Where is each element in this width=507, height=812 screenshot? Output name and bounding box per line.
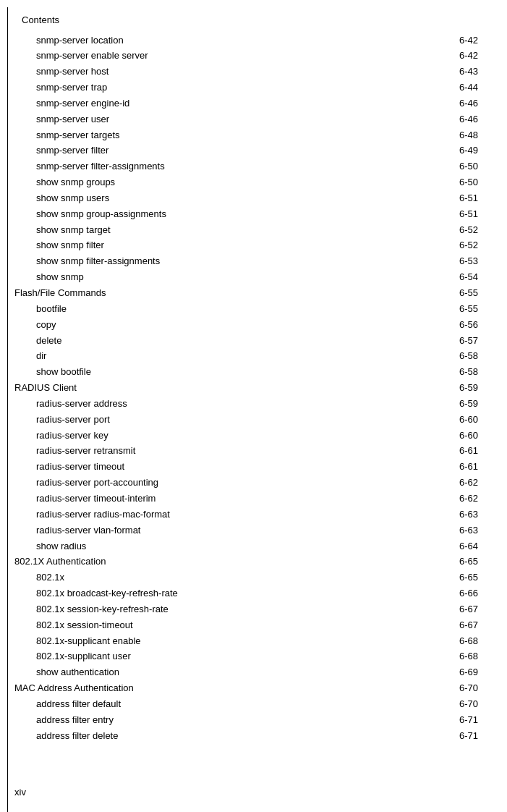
toc-item-page: 6-53 <box>435 254 478 270</box>
toc-item-label: show snmp <box>14 270 435 286</box>
toc-row: 802.1x-supplicant enable6-68 <box>14 633 478 649</box>
toc-row: show radius6-64 <box>14 538 478 554</box>
toc-row: 802.1X Authentication6-65 <box>14 554 478 570</box>
toc-row: RADIUS Client6-59 <box>14 381 478 397</box>
toc-item-label: 802.1x <box>14 570 435 586</box>
toc-item-label: snmp-server engine-id <box>14 96 435 111</box>
toc-row: 802.1x6-65 <box>14 570 478 586</box>
toc-item-page: 6-44 <box>435 80 478 96</box>
toc-item-label: show snmp groups <box>14 175 435 191</box>
toc-row: 802.1x broadcast-key-refresh-rate6-66 <box>14 586 478 602</box>
toc-item-label: radius-server retransmit <box>14 444 435 460</box>
toc-item-label: snmp-server filter <box>14 143 435 159</box>
toc-item-page: 6-62 <box>435 475 478 491</box>
toc-item-page: 6-56 <box>435 317 478 333</box>
toc-item-page: 6-42 <box>435 33 478 48</box>
toc-row: snmp-server enable server6-42 <box>14 48 478 64</box>
toc-row: MAC Address Authentication6-70 <box>14 681 478 697</box>
toc-row: snmp-server filter6-49 <box>14 143 478 159</box>
toc-item-page: 6-48 <box>435 127 478 143</box>
toc-item-label: show snmp filter-assignments <box>14 254 435 270</box>
toc-item-page: 6-57 <box>435 333 478 349</box>
toc-item-page: 6-50 <box>435 159 478 175</box>
contents-label: Contents <box>14 14 478 25</box>
toc-item-label: snmp-server targets <box>14 127 435 143</box>
toc-row: radius-server retransmit6-61 <box>14 444 478 460</box>
toc-item-label: show bootfile <box>14 365 435 381</box>
toc-item-page: 6-69 <box>435 665 478 681</box>
toc-row: radius-server port6-60 <box>14 412 478 428</box>
toc-row: snmp-server engine-id6-46 <box>14 96 478 111</box>
toc-item-page: 6-49 <box>435 143 478 159</box>
toc-item-page: 6-55 <box>435 301 478 317</box>
toc-row: show bootfile6-58 <box>14 365 478 381</box>
page: Contents snmp-server location6-42snmp-se… <box>0 0 507 812</box>
toc-row: radius-server timeout-interim6-62 <box>14 491 478 507</box>
toc-item-page: 6-65 <box>435 570 478 586</box>
toc-row: dir6-58 <box>14 349 478 365</box>
toc-item-page: 6-63 <box>435 507 478 523</box>
toc-row: radius-server vlan-format6-63 <box>14 523 478 538</box>
toc-item-page: 6-52 <box>435 238 478 254</box>
toc-item-page: 6-71 <box>435 712 478 728</box>
toc-row: address filter entry6-71 <box>14 712 478 728</box>
toc-item-label: radius-server address <box>14 396 435 412</box>
toc-item-label: MAC Address Authentication <box>14 681 435 697</box>
toc-item-page: 6-59 <box>435 381 478 397</box>
toc-item-page: 6-70 <box>435 681 478 697</box>
toc-item-label: radius-server vlan-format <box>14 523 435 538</box>
toc-item-label: RADIUS Client <box>14 381 435 397</box>
toc-row: snmp-server trap6-44 <box>14 80 478 96</box>
toc-item-label: radius-server timeout <box>14 460 435 475</box>
toc-item-label: snmp-server trap <box>14 80 435 96</box>
toc-item-label: radius-server port <box>14 412 435 428</box>
toc-item-page: 6-68 <box>435 633 478 649</box>
toc-item-label: 802.1x broadcast-key-refresh-rate <box>14 586 435 602</box>
toc-item-label: radius-server radius-mac-format <box>14 507 435 523</box>
toc-item-label: radius-server timeout-interim <box>14 491 435 507</box>
toc-item-page: 6-63 <box>435 523 478 538</box>
toc-item-page: 6-54 <box>435 270 478 286</box>
toc-item-label: Flash/File Commands <box>14 286 435 302</box>
toc-item-page: 6-60 <box>435 412 478 428</box>
toc-item-label: show snmp target <box>14 222 435 238</box>
toc-row: 802.1x session-timeout6-67 <box>14 617 478 633</box>
toc-item-label: show snmp filter <box>14 238 435 254</box>
toc-item-label: address filter default <box>14 696 435 712</box>
toc-row: snmp-server targets6-48 <box>14 127 478 143</box>
toc-item-page: 6-67 <box>435 601 478 617</box>
toc-item-page: 6-50 <box>435 175 478 191</box>
page-footer: xiv <box>14 787 26 798</box>
toc-item-label: radius-server key <box>14 428 435 444</box>
toc-item-label: bootfile <box>14 301 435 317</box>
toc-item-label: show snmp users <box>14 190 435 206</box>
toc-row: radius-server radius-mac-format6-63 <box>14 507 478 523</box>
toc-item-page: 6-62 <box>435 491 478 507</box>
toc-item-label: show snmp group-assignments <box>14 206 435 222</box>
toc-item-label: show radius <box>14 538 435 554</box>
toc-item-page: 6-66 <box>435 586 478 602</box>
toc-item-page: 6-52 <box>435 222 478 238</box>
toc-row: 802.1x-supplicant user6-68 <box>14 649 478 665</box>
toc-item-label: copy <box>14 317 435 333</box>
toc-item-label: 802.1X Authentication <box>14 554 435 570</box>
toc-item-page: 6-70 <box>435 696 478 712</box>
toc-row: show snmp filter6-52 <box>14 238 478 254</box>
toc-item-label: snmp-server enable server <box>14 48 435 64</box>
toc-item-label: 802.1x session-key-refresh-rate <box>14 601 435 617</box>
toc-row: show snmp groups6-50 <box>14 175 478 191</box>
toc-row: delete6-57 <box>14 333 478 349</box>
toc-row: show snmp users6-51 <box>14 190 478 206</box>
toc-item-page: 6-46 <box>435 96 478 111</box>
toc-item-page: 6-68 <box>435 649 478 665</box>
toc-row: show snmp filter-assignments6-53 <box>14 254 478 270</box>
toc-item-page: 6-64 <box>435 538 478 554</box>
toc-item-label: address filter delete <box>14 728 435 744</box>
toc-item-label: radius-server port-accounting <box>14 475 435 491</box>
toc-item-label: dir <box>14 349 435 365</box>
toc-item-label: address filter entry <box>14 712 435 728</box>
toc-row: copy6-56 <box>14 317 478 333</box>
toc-item-label: snmp-server host <box>14 64 435 80</box>
toc-row: radius-server key6-60 <box>14 428 478 444</box>
toc-row: snmp-server host6-43 <box>14 64 478 80</box>
